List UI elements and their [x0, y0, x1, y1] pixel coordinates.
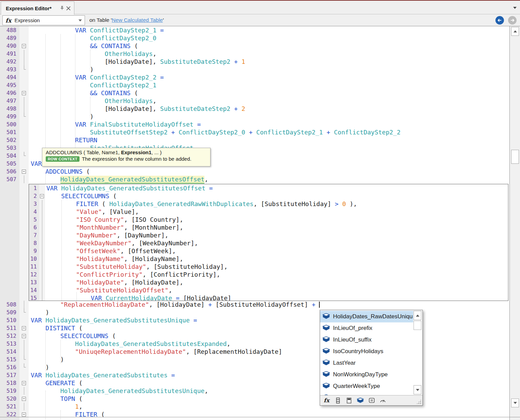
code-line[interactable]: 2 SELECTCOLUMNS (: [29, 192, 508, 200]
chevron-down-icon[interactable]: [513, 7, 517, 9]
navigate-back-button[interactable]: [495, 16, 504, 25]
code-line[interactable]: 1VAR HolidayDates_GeneratedSubstitutesOf…: [29, 184, 508, 192]
code-text: [HolidayDate], SubstituteDateStep2 + 2: [29, 105, 245, 112]
autocomplete-item[interactable]: IsoCountryHolidays: [320, 346, 413, 357]
code-line[interactable]: 6 "MonthNumber", [MonthNumber],: [29, 223, 508, 231]
arrow-left-icon: [497, 18, 502, 23]
scroll-down-button[interactable]: [414, 385, 421, 394]
code-line[interactable]: 520 TOPN (: [0, 395, 509, 403]
expression-combobox[interactable]: fx Expression: [2, 15, 85, 25]
peek-code-region[interactable]: 1VAR HolidayDates_GeneratedSubstitutesOf…: [29, 184, 508, 301]
fold-collapse-icon[interactable]: [22, 412, 26, 417]
code-line[interactable]: 491 OtherHolidays,: [0, 50, 509, 58]
code-line[interactable]: 9 "OffsetWeek", [OffsetWeek],: [29, 247, 508, 255]
enum-filter-icon[interactable]: [368, 397, 375, 404]
code-line[interactable]: 509 ): [0, 308, 509, 316]
scroll-down-button[interactable]: [511, 399, 519, 407]
fold-collapse-icon[interactable]: [22, 170, 26, 174]
code-line[interactable]: 502 RETURN: [0, 136, 509, 144]
code-line[interactable]: 521 1,: [0, 403, 509, 410]
calculator-filter-icon[interactable]: [346, 397, 352, 404]
code-line[interactable]: 3 FILTER ( HolidayDates_GeneratedRawWith…: [29, 200, 508, 208]
autocomplete-item[interactable]: LastYear: [320, 357, 413, 369]
on-table-label: on Table 'New Calculated Table': [89, 17, 164, 23]
chevron-down-icon[interactable]: [78, 19, 82, 21]
code-text: 1,: [29, 403, 83, 410]
code-line[interactable]: 517VAR HolidayDates_GeneratedSubstitutes…: [0, 371, 509, 379]
code-line[interactable]: 489 ConflictDayStep2_0: [0, 34, 509, 42]
autocomplete-item[interactable]: NonWorkingDayType: [320, 369, 413, 380]
functions-filter-icon[interactable]: fx: [323, 397, 330, 404]
autocomplete-item[interactable]: HolidayDates_RawDatesUniqu: [320, 311, 413, 322]
code-line[interactable]: 5 "ISO Country", [ISO Country],: [29, 216, 508, 223]
code-line[interactable]: 507 HolidayDates_GeneratedSubstitutesOff…: [0, 175, 509, 183]
pin-icon[interactable]: [59, 5, 65, 11]
fold-collapse-icon[interactable]: [22, 334, 26, 338]
kpi-filter-icon[interactable]: [379, 397, 386, 404]
code-line[interactable]: 513 HolidayDates_GeneratedSubstitutesExp…: [0, 340, 509, 348]
tables-filter-icon[interactable]: [357, 397, 364, 404]
close-icon[interactable]: [65, 5, 71, 11]
code-line[interactable]: 501 SubstituteOffsetStep2 + ConflictDayS…: [0, 128, 509, 136]
code-text: ): [29, 364, 49, 371]
code-line[interactable]: 7 "DayNumber", [DayNumber],: [29, 231, 508, 239]
code-line[interactable]: 518 GENERATE (: [0, 379, 509, 387]
code-line[interactable]: 490 && CONTAINS (: [0, 42, 509, 50]
code-line[interactable]: 12 "ConflictPriority", [ConflictPriority…: [29, 271, 508, 278]
code-line[interactable]: 495 ConflictDayStep2_1: [0, 81, 509, 89]
code-line[interactable]: 499 ): [0, 113, 509, 120]
columns-filter-icon[interactable]: [334, 397, 341, 404]
on-table-prefix: on Table ': [89, 17, 112, 23]
peek-definition-block[interactable]: 1VAR HolidayDates_GeneratedSubstitutesOf…: [29, 184, 508, 301]
editor-vertical-scrollbar[interactable]: [509, 26, 520, 420]
code-line[interactable]: 494 VAR ConflictDayStep2_2 =: [0, 73, 509, 81]
scroll-up-button[interactable]: [511, 27, 519, 36]
autocomplete-item[interactable]: QuarterWeekType: [320, 380, 413, 392]
scroll-up-button[interactable]: [414, 311, 421, 320]
code-line[interactable]: 500 VAR FinalSubstituteHolidayOffset =: [0, 120, 509, 128]
code-line[interactable]: 498 [HolidayDate], SubstituteDateStep2 +…: [0, 105, 509, 113]
fold-collapse-icon[interactable]: [22, 44, 26, 48]
code-line[interactable]: 497 OtherHolidays,: [0, 97, 509, 105]
tab-expression-editor[interactable]: Expression Editor*: [1, 1, 74, 15]
table-link[interactable]: New Calculated Table: [112, 17, 163, 23]
code-line[interactable]: 11 "SubstituteHoliday", [SubstituteHolid…: [29, 263, 508, 271]
scrollbar-thumb[interactable]: [414, 321, 421, 330]
code-region-bottom[interactable]: 508 "ReplacementHolidayDate", [HolidayDa…: [0, 301, 509, 420]
code-line[interactable]: 13 "HolidayDate", [HolidayDate],: [29, 278, 508, 286]
code-text: VAR CurrentHolidayDate = [HolidayDate]: [45, 294, 231, 301]
code-line[interactable]: 514 "UniuqeReplacementHolidayDate", [Rep…: [0, 348, 509, 356]
code-line[interactable]: 519 HolidayDates_GeneratedSubstitutesUni…: [0, 387, 509, 395]
navigate-forward-button[interactable]: [508, 16, 517, 25]
code-line[interactable]: 493 ): [0, 66, 509, 73]
autocomplete-item[interactable]: InLieuOf_suffix: [320, 334, 413, 346]
code-line[interactable]: 516 ): [0, 363, 509, 371]
autocomplete-scrollbar[interactable]: [414, 311, 422, 394]
code-editor[interactable]: 488 VAR ConflictDayStep2_1 =489 Conflict…: [0, 26, 520, 420]
code-line[interactable]: 511 DISTINCT (: [0, 324, 509, 332]
fold-collapse-icon[interactable]: [22, 326, 26, 330]
code-line[interactable]: 515 ): [0, 356, 509, 363]
code-line[interactable]: 506 ADDCOLUMNS (: [0, 168, 509, 175]
fold-collapse-icon[interactable]: [22, 381, 26, 385]
code-line[interactable]: 15 VAR CurrentHolidayDate = [HolidayDate…: [29, 294, 508, 301]
fold-collapse-icon[interactable]: [22, 397, 26, 401]
code-line[interactable]: 496 && CONTAINS (: [0, 89, 509, 97]
autocomplete-item[interactable]: [320, 392, 413, 395]
code-line[interactable]: 8 "WeekDayNumber", [WeekDayNumber],: [29, 239, 508, 247]
code-line[interactable]: 4 "Value", [Value],: [29, 208, 508, 216]
code-line[interactable]: 512 SELECTCOLUMNS (: [0, 332, 509, 340]
scrollbar-thumb[interactable]: [511, 150, 519, 164]
fold-collapse-icon[interactable]: [22, 91, 26, 95]
code-line[interactable]: 508 "ReplacementHolidayDate", [HolidayDa…: [0, 301, 509, 308]
code-line[interactable]: 14 "SubstituteHolidayOffset",: [29, 286, 508, 294]
fold-collapse-icon[interactable]: [40, 194, 44, 198]
autocomplete-list[interactable]: HolidayDates_RawDatesUniquInLieuOf_prefi…: [320, 310, 422, 395]
autocomplete-item[interactable]: InLieuOf_prefix: [320, 322, 413, 334]
code-line[interactable]: 492 [HolidayDate], SubstituteDateStep2 +…: [0, 58, 509, 66]
code-line[interactable]: 510VAR HolidayDates_GeneratedSubstitutes…: [0, 316, 509, 324]
fold-cell: [19, 26, 29, 34]
code-line[interactable]: 10 "HolidayName", [HolidayName],: [29, 255, 508, 263]
code-line[interactable]: 488 VAR ConflictDayStep2_1 =: [0, 26, 509, 34]
autocomplete-dropdown[interactable]: HolidayDates_RawDatesUniquInLieuOf_prefi…: [320, 310, 423, 406]
